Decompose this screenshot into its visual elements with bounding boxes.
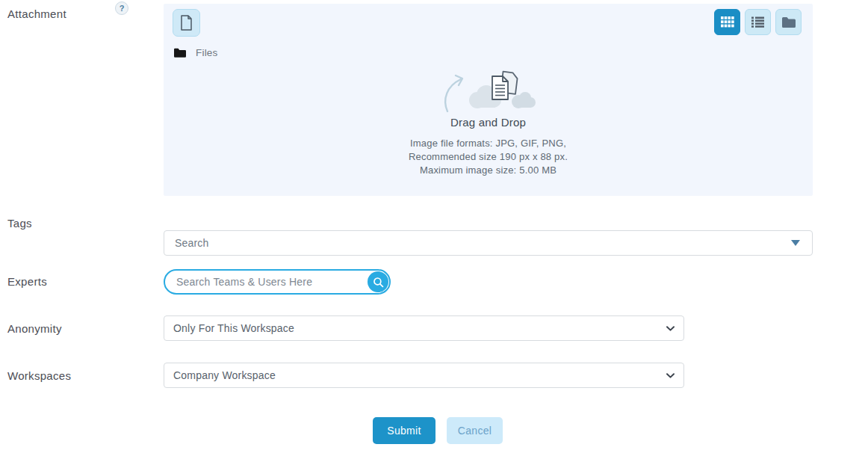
experts-search-input[interactable]	[165, 271, 368, 293]
files-label: Files	[196, 47, 218, 58]
chevron-down-icon	[666, 373, 675, 378]
grid-view-icon	[721, 16, 734, 28]
folder-view-button[interactable]	[775, 9, 802, 35]
dropdown-arrow-icon	[791, 240, 800, 246]
workspaces-selected-value: Company Workspace	[173, 369, 666, 381]
anonymity-label: Anonymity	[7, 322, 62, 335]
search-icon	[373, 277, 384, 288]
experts-label: Experts	[7, 275, 47, 288]
upload-info-line-3: Maximum image size: 5.00 MB	[409, 164, 568, 177]
upload-area: Drag and Drop Image file formats: JPG, G…	[164, 68, 813, 177]
upload-requirements: Image file formats: JPG, GIF, PNG, Recom…	[409, 137, 568, 177]
folder-icon	[174, 48, 186, 58]
help-icon[interactable]: ?	[115, 1, 128, 15]
drag-drop-title: Drag and Drop	[450, 116, 526, 129]
grid-view-button[interactable]	[714, 9, 740, 35]
file-icon	[180, 15, 193, 31]
view-toggle-group	[714, 9, 802, 35]
tags-dropdown-placeholder: Search	[175, 237, 791, 249]
workspaces-select[interactable]: Company Workspace	[164, 363, 684, 388]
add-file-button[interactable]	[173, 9, 200, 37]
files-folder-row[interactable]: Files	[174, 47, 218, 58]
workspaces-label: Workspaces	[7, 369, 71, 382]
upload-illustration-icon	[441, 68, 536, 114]
list-view-button[interactable]	[745, 9, 771, 35]
upload-info-line-2: Recommended size 190 px x 88 px.	[409, 150, 568, 164]
attachment-dropzone[interactable]: Files	[164, 4, 813, 196]
anonymity-selected-value: Only For This Workspace	[173, 322, 666, 334]
upload-info-line-1: Image file formats: JPG, GIF, PNG,	[409, 137, 568, 150]
tags-dropdown[interactable]: Search	[164, 230, 813, 256]
submit-button[interactable]: Submit	[373, 417, 435, 444]
experts-search-field	[164, 269, 391, 295]
anonymity-select[interactable]: Only For This Workspace	[164, 315, 684, 341]
attachment-label: Attachment	[7, 7, 66, 20]
search-button[interactable]	[368, 271, 388, 292]
cancel-button[interactable]: Cancel	[447, 417, 503, 444]
folder-view-icon	[782, 16, 796, 28]
attachment-form: Attachment ?	[0, 0, 868, 465]
tags-label: Tags	[7, 217, 32, 230]
list-view-icon	[751, 16, 764, 28]
chevron-down-icon	[666, 326, 675, 331]
